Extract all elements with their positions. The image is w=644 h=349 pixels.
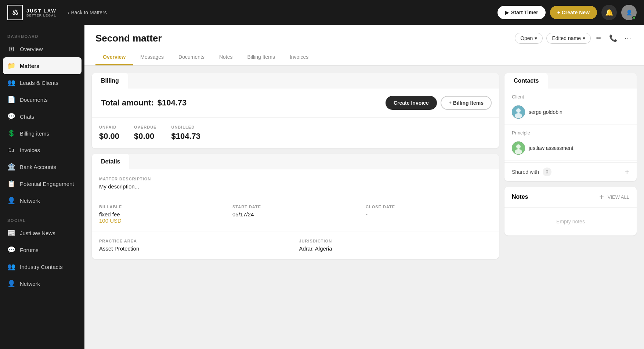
back-to-matters-link[interactable]: ‹ Back to Matters (68, 10, 107, 15)
main-layout: DASHBOARD ⊞ Overview 📁 Matters 👥 Leads &… (0, 25, 644, 349)
sidebar-item-justlaw-news[interactable]: 📰 JustLaw News (0, 224, 84, 241)
add-billing-items-button[interactable]: + Billing Items (441, 96, 492, 110)
sidebar-item-leads-clients[interactable]: 👥 Leads & Clients (0, 74, 84, 91)
sidebar-item-billing-items[interactable]: 💲 Billing items (0, 125, 84, 142)
chevron-down-icon: ▾ (535, 35, 537, 41)
sidebar-item-label: Bank Accounts (20, 164, 56, 170)
plus-icon: + (599, 192, 604, 201)
pencil-icon: ✏ (596, 35, 602, 42)
document-icon: 📄 (7, 96, 15, 104)
view-all-notes-button[interactable]: VIEW ALL (608, 194, 629, 200)
user-avatar-button[interactable]: 👤 (621, 5, 637, 20)
billable-field: BILLABLE fixed fee 100 USD (99, 205, 225, 224)
sidebar-item-network[interactable]: 👤 Network (0, 192, 84, 209)
tab-overview[interactable]: Overview (95, 50, 133, 65)
tab-documents[interactable]: Documents (171, 50, 212, 65)
sidebar-item-overview[interactable]: ⊞ Overview (0, 40, 84, 57)
add-shared-button[interactable]: + (625, 167, 629, 177)
close-date-field: CLOSE DATE - (366, 205, 492, 224)
sidebar-item-label: Documents (20, 97, 48, 103)
tab-billing-items[interactable]: Billing Items (240, 50, 282, 65)
notes-title: Notes (512, 194, 528, 200)
sidebar-item-industry-contacts[interactable]: 👥 Industry Contacts (0, 258, 84, 275)
phone-icon: 📞 (609, 35, 617, 42)
matter-actions: Open ▾ Edited name ▾ ✏ 📞 ⋯ (515, 32, 633, 44)
news-icon: 📰 (7, 229, 15, 237)
contacts-icon: 👥 (7, 263, 15, 271)
client-label: Client (504, 89, 637, 102)
dollar-icon: 💲 (7, 129, 15, 137)
status-label: Open (520, 35, 533, 41)
notes-actions: + VIEW ALL (599, 192, 629, 202)
sidebar-item-label: Network (20, 198, 40, 204)
phone-button[interactable]: 📞 (607, 32, 619, 44)
sidebar-item-label: Billing items (20, 130, 49, 137)
matter-description-value: My description... (99, 183, 492, 190)
sidebar: DASHBOARD ⊞ Overview 📁 Matters 👥 Leads &… (0, 25, 84, 349)
area-jurisdiction-row: PRACTICE AREA Asset Protection JURISDICT… (92, 231, 499, 259)
shared-count: 0 (543, 168, 551, 176)
create-new-button[interactable]: + Create New (550, 6, 597, 19)
sidebar-item-documents[interactable]: 📄 Documents (0, 91, 84, 108)
sidebar-item-chats[interactable]: 💬 Chats (0, 108, 84, 125)
unbilled-label: UNBILLED (171, 125, 200, 129)
matter-description-row: MATTER DESCRIPTION My description... (92, 169, 499, 197)
overdue-value: $0.00 (134, 132, 156, 141)
sidebar-item-invoices[interactable]: 🗂 Invoices (0, 142, 84, 158)
bank-icon: 🏦 (7, 163, 15, 171)
tab-notes[interactable]: Notes (212, 50, 240, 65)
edit-button[interactable]: ✏ (594, 32, 604, 44)
sidebar-item-matters[interactable]: 📁 Matters (3, 57, 82, 74)
svg-point-4 (516, 144, 521, 149)
forum-icon: 💬 (7, 246, 15, 254)
add-note-button[interactable]: + (599, 192, 604, 202)
sidebar-item-label: Network (20, 281, 40, 287)
sidebar-item-label: JustLaw News (20, 230, 55, 236)
person-icon: 👤 (7, 197, 15, 205)
matter-description-label: MATTER DESCRIPTION (99, 177, 492, 181)
sidebar-item-label: Invoices (20, 147, 40, 153)
matter-body: Billing Total amount: $104.73 Create Inv… (84, 66, 644, 349)
sidebar-item-social-network[interactable]: 👤 Network (0, 275, 84, 292)
edited-name-label: Edited name (552, 35, 581, 41)
jurisdiction-label: JURISDICTION (299, 239, 492, 243)
start-timer-button[interactable]: ▶ Start Timer (498, 6, 546, 19)
jurisdiction-field: JURISDICTION Adrar, Algeria (299, 239, 492, 252)
sidebar-section-dashboard: DASHBOARD (0, 30, 84, 40)
practice-area-label: PRACTICE AREA (99, 239, 292, 243)
sidebar-item-forums[interactable]: 💬 Forums (0, 241, 84, 258)
create-invoice-button[interactable]: Create Invoice (386, 96, 437, 110)
billing-details-row: BILLABLE fixed fee 100 USD START DATE 05… (92, 197, 499, 231)
tab-messages[interactable]: Messages (133, 50, 171, 65)
sidebar-item-bank-accounts[interactable]: 🏦 Bank Accounts (0, 158, 84, 175)
close-date-value: - (366, 211, 492, 217)
sidebar-item-label: Forums (20, 247, 39, 253)
logo-icon: ⚖ (7, 5, 23, 20)
unpaid-value: $0.00 (99, 132, 119, 141)
network-icon: 👤 (7, 280, 15, 288)
status-dropdown[interactable]: Open ▾ (515, 33, 543, 44)
logo-text: JUST LAW (26, 8, 57, 14)
clipboard-icon: 📋 (7, 180, 15, 188)
matter-tabs: Overview Messages Documents Notes Billin… (95, 50, 633, 65)
details-grid: MATTER DESCRIPTION My description... BIL… (92, 169, 499, 259)
details-card: Details MATTER DESCRIPTION My descriptio… (92, 154, 499, 259)
sidebar-item-potential-engagement[interactable]: 📋 Potential Engagement (0, 175, 84, 192)
matter-header: Second matter Open ▾ Edited name ▾ ✏ 📞 (84, 25, 644, 66)
client-avatar (512, 105, 525, 119)
svg-point-2 (515, 113, 522, 118)
more-options-button[interactable]: ⋯ (623, 32, 633, 44)
billing-buttons: Create Invoice + Billing Items (386, 96, 492, 110)
tab-invoices[interactable]: Invoices (282, 50, 316, 65)
billing-stat-overdue: OVERDUE $0.00 (134, 125, 156, 141)
chevron-left-icon: ‹ (68, 10, 69, 15)
billing-stat-unpaid: UNPAID $0.00 (99, 125, 119, 141)
notes-card: Notes + VIEW ALL Empty notes (504, 187, 637, 235)
user-avatar-icon: 👤 (626, 10, 632, 15)
notifications-button[interactable]: 🔔 (601, 5, 617, 20)
billing-section-title: Billing (92, 73, 128, 89)
start-date-field: START DATE 05/17/24 (232, 205, 358, 224)
edited-name-dropdown[interactable]: Edited name ▾ (546, 33, 591, 44)
sidebar-item-label: Chats (20, 114, 34, 120)
contacts-card: Contacts Client serge goldobin (504, 73, 637, 181)
